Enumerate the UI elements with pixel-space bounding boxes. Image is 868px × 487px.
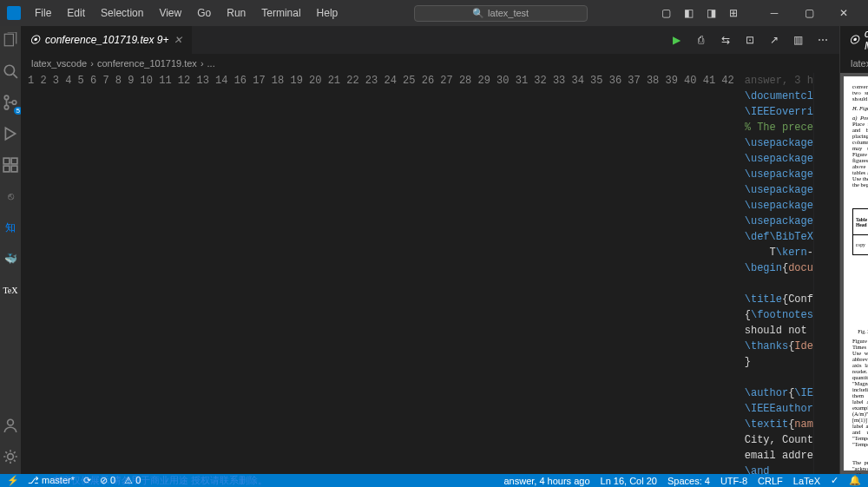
svg-rect-5 [3,158,10,164]
layout-toggle-panel-icon[interactable]: ▢ [656,3,675,23]
blame-indicator[interactable]: answer, 4 hours ago [503,476,589,486]
svg-point-10 [8,454,14,460]
pdf-text: a) Positioning Figures and Tables: Place… [852,115,868,188]
svg-rect-0 [4,34,13,46]
menu-terminal[interactable]: Terminal [254,3,307,23]
line-gutter: 1 2 3 4 5 6 7 8 9 10 11 12 13 14 16 17 1… [21,73,745,474]
search-text: latex_test [488,8,529,18]
latex-icon[interactable]: TeX [0,280,21,300]
pdf-text: Figure Labels: Use 8 [3], [4] point Time… [852,338,868,447]
layout-toggle-sidebar-icon[interactable]: ◧ [679,3,698,23]
compare-icon[interactable]: ⇆ [718,34,733,46]
cursor-position[interactable]: Ln 16, Col 20 [601,476,657,486]
search-icon: 🔍 [472,8,484,19]
window-minimize[interactable]: ─ [757,0,792,26]
search-icon[interactable] [0,61,21,82]
menu-selection[interactable]: Selection [94,3,150,23]
close-icon[interactable]: ✕ [174,34,182,46]
code-content[interactable]: answer, 3 hours ago | 1 author (answer) … [745,73,813,474]
pdf-page: conversely, if there are not at least tw… [844,76,868,471]
pdf-figure-caption: Fig. 2. Example of a figure caption. [852,329,868,334]
menu-view[interactable]: View [152,3,188,23]
pdf-table-caption: TABLE I [852,191,868,196]
title-bar: File Edit Selection View Go Run Terminal… [0,0,868,26]
toggle-icon[interactable]: ⊡ [742,34,758,46]
pdf-text: The preferred spelling of the word "ackn… [852,459,868,474]
extensions-icon[interactable] [0,155,21,175]
account-icon[interactable] [0,415,21,436]
vscode-logo [7,6,21,20]
remote-icon[interactable]: ⎋ [0,186,21,207]
pin-icon: ⦿ [849,34,859,46]
pin-icon: ⦿ [30,34,40,46]
tab-conference-tex[interactable]: ⦿ conference_101719.tex 9+ ✕ [21,26,192,54]
menu-edit[interactable]: Edit [60,3,92,23]
pdf-ack-heading: ACKNOWLEDGMENT [852,451,868,456]
language-mode[interactable]: LaTeX [793,476,820,486]
preview-breadcrumb[interactable]: latex_vscode › conference_101719.pdf [840,54,868,73]
svg-point-1 [4,65,14,75]
menu-file[interactable]: File [28,3,58,23]
menu-go[interactable]: Go [190,3,218,23]
eol[interactable]: CRLF [758,476,783,486]
remote-indicator[interactable]: ⚡ [7,475,19,486]
explorer-icon[interactable] [0,30,21,50]
layout-customize-icon[interactable]: ⊞ [724,3,743,23]
notifications-icon[interactable]: 🔔 [849,475,861,486]
pdf-table: TableHeadTable Column Head Table column … [852,208,868,255]
indentation[interactable]: Spaces: 4 [667,476,710,486]
menu-run[interactable]: Run [220,3,253,23]
menu-help[interactable]: Help [310,3,345,23]
svg-point-3 [4,105,9,109]
window-maximize[interactable]: ▢ [792,0,826,26]
latex-status-icon[interactable]: ✓ [831,475,838,486]
preview-icon[interactable]: ⎙ [694,34,709,46]
more-icon[interactable]: ⋯ [815,34,831,46]
encoding[interactable]: UTF-8 [720,476,747,486]
pdf-viewer[interactable]: conversely, if there are not at least tw… [840,73,868,474]
split-icon[interactable]: ▥ [791,34,806,46]
tab-conference-pdf[interactable]: ⦿ conference_101719.pdf M [840,26,868,54]
zhihu-icon[interactable]: 知 [0,217,21,238]
command-center-search[interactable]: 🔍 latex_test [414,5,588,22]
svg-rect-8 [11,166,17,172]
open-external-icon[interactable]: ↗ [766,34,782,46]
svg-point-2 [4,95,9,100]
layout-toggle-secondary-icon[interactable]: ◨ [701,3,720,23]
editor-tab-bar: ⦿ conference_101719.tex 9+ ✕ ▶ ⎙ ⇆ ⊡ ↗ ▥… [21,26,839,54]
activity-bar: 5 ⎋ 知 🐳 TeX [0,26,21,474]
source-control-icon[interactable]: 5 [0,92,21,113]
run-debug-icon[interactable] [0,123,21,144]
pdf-heading: H. Figures and Tables [852,105,868,111]
pdf-text: conversely, if there are not at least tw… [852,83,868,102]
preview-panel: ⦿ conference_101719.pdf M ▥ ⋯ latex_vsco… [839,26,868,474]
settings-icon[interactable] [0,446,21,467]
window-close[interactable]: ✕ [826,0,861,26]
svg-point-4 [12,101,16,105]
watermark: 内容仅供展示 请勿用于商业用途 授权请联系删除。 [52,474,267,487]
svg-point-9 [8,419,14,425]
svg-rect-7 [3,166,10,172]
minimap[interactable] [813,73,839,474]
svg-rect-6 [11,158,17,164]
editor-area: ⦿ conference_101719.tex 9+ ✕ ▶ ⎙ ⇆ ⊡ ↗ ▥… [21,26,839,474]
docker-icon[interactable]: 🐳 [0,248,21,269]
pdf-table-subcaption: TABLE TYPE STYLES [852,200,868,205]
breadcrumb[interactable]: latex_vscode › conference_101719.tex › .… [21,54,839,73]
main-menu: File Edit Selection View Go Run Terminal… [28,3,345,23]
run-build-icon[interactable]: ▶ [669,34,685,46]
